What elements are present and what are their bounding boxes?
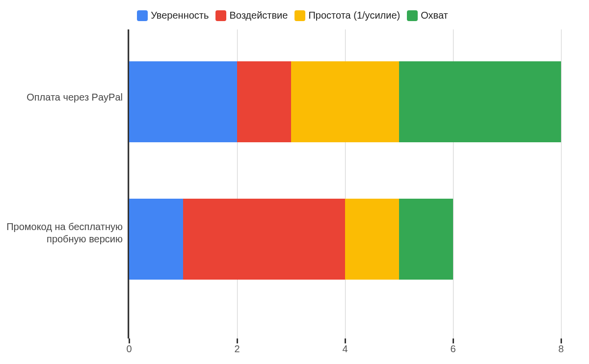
x-tick-label: 6 — [450, 343, 455, 355]
bar-segment — [291, 61, 399, 142]
legend-swatch — [407, 10, 418, 21]
bar-segment — [399, 199, 453, 280]
gridline — [561, 29, 562, 338]
bar-segment — [129, 61, 237, 142]
legend-label: Уверенность — [151, 10, 209, 21]
bar-row — [129, 199, 453, 280]
bar-segment — [399, 61, 561, 142]
x-tick-mark — [237, 338, 238, 343]
x-tick-mark — [561, 338, 562, 343]
legend-swatch — [294, 10, 305, 21]
bar-segment — [183, 199, 345, 280]
x-tick-mark — [129, 338, 130, 343]
x-tick-label: 2 — [234, 343, 240, 355]
x-tick-label: 8 — [558, 343, 563, 355]
y-category-label: Промокод на бесплатную пробную версию — [5, 221, 123, 245]
bar-segment — [129, 199, 183, 280]
legend-label: Охват — [421, 10, 448, 21]
bar-segment — [345, 199, 399, 280]
legend-item: Охват — [407, 10, 448, 21]
bar-segment — [237, 61, 291, 142]
y-category-label: Оплата через PayPal — [5, 91, 123, 104]
legend-label: Простота (1/усилие) — [308, 10, 400, 21]
x-tick-mark — [345, 338, 346, 343]
legend-swatch — [137, 10, 148, 21]
stacked-bar-chart: Уверенность Воздействие Простота (1/усил… — [0, 0, 589, 364]
x-tick-label: 4 — [342, 343, 348, 355]
legend-item: Воздействие — [215, 10, 288, 21]
x-tick-mark — [453, 338, 454, 343]
legend: Уверенность Воздействие Простота (1/усил… — [0, 10, 589, 21]
x-tick-label: 0 — [126, 343, 132, 355]
plot-area: 0 2 4 6 8 — [128, 29, 561, 338]
legend-swatch — [215, 10, 226, 21]
legend-item: Уверенность — [137, 10, 209, 21]
bar-row — [129, 61, 561, 142]
legend-item: Простота (1/усилие) — [294, 10, 400, 21]
legend-label: Воздействие — [229, 10, 288, 21]
